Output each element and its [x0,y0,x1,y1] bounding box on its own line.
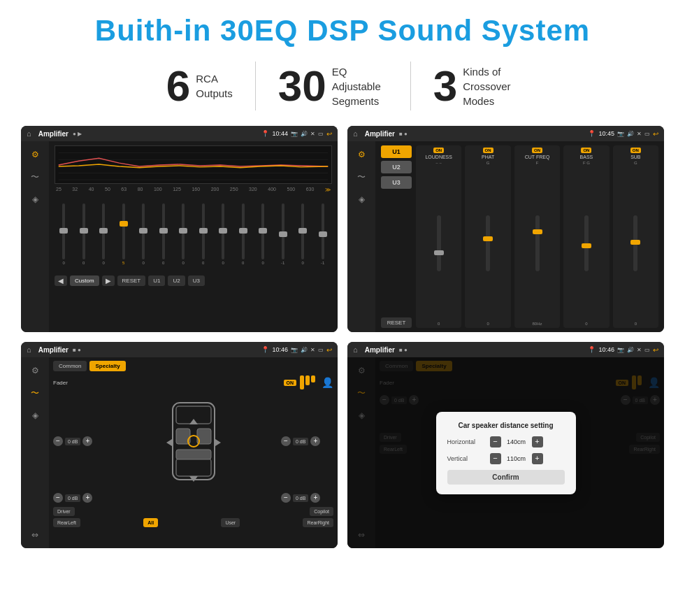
fader-sliders[interactable] [300,375,315,389]
horizontal-minus-btn[interactable]: − [490,436,501,447]
crossover-min-icon: ▭ [644,131,650,137]
eq-slider-10[interactable]: 0 [254,196,273,273]
eq-slider-9[interactable]: 0 [234,196,253,273]
fl-plus[interactable]: + [82,436,92,446]
eq-u2-btn[interactable]: U2 [168,275,185,286]
loudness-label: LOUDNESS [425,155,452,159]
eq-slider-4[interactable]: 0 [134,196,153,273]
eq-prev-btn[interactable]: ◀ [55,275,67,286]
dialog-overlay: Car speaker distance setting Horizontal … [347,357,664,548]
specialty-back-icon[interactable]: ↩ [326,346,332,354]
rl-minus[interactable]: − [53,493,63,503]
sub-slider[interactable] [633,215,637,271]
fr-plus[interactable]: + [310,436,320,446]
eq-slider-8[interactable]: 0 [214,196,233,273]
cutfreq-slider[interactable] [535,215,540,271]
crossover-topbar-icons: 📍 10:45 📷 🔊 ✕ ▭ ↩ [588,130,658,138]
confirm-button[interactable]: Confirm [447,470,565,485]
fr-minus[interactable]: − [281,436,291,446]
specialty-home-icon[interactable]: ⌂ [27,345,31,354]
eq-slider-3[interactable]: 5 [115,196,134,273]
dialog-back-icon[interactable]: ↩ [653,346,658,354]
eq-slider-6[interactable]: 0 [174,196,193,273]
crossover-right-panels: ON LOUDNESS ~ ~ 0 ON [416,145,658,328]
eq-sidebar-wave[interactable]: 〜 [27,169,43,185]
loudness-slider[interactable] [437,215,441,271]
eq-slider-5[interactable]: 0 [154,196,173,273]
crossover-sidebar-eq[interactable]: ⚙ [354,147,369,162]
eq-u1-btn[interactable]: U1 [148,275,165,286]
vertical-value: 110cm [504,455,529,462]
speaker-ctrl-rl: − 0 dB + [53,493,106,503]
screens-grid: ⌂ Amplifier ● ▶ 📍 10:44 📷 🔊 ✕ ▭ ↩ ⚙ 〜 ◈ [21,126,664,548]
crossover-status-dots: ■ ● [399,131,408,137]
bass-slider[interactable] [584,215,589,271]
eq-sidebar-eq[interactable]: ⚙ [27,147,43,162]
feature-desc-rca: RCA Outputs [196,71,233,101]
crossover-reset-btn[interactable]: RESET [381,317,412,328]
crossover-sidebar-vol[interactable]: ◈ [354,192,369,207]
specialty-main: Common Specialty Fader ON 👤 [49,357,338,548]
fader-row: Fader ON 👤 [53,375,333,389]
eq-sidebar-vol[interactable]: ◈ [27,192,43,207]
dialog-volume-icon: 🔊 [627,347,634,353]
back-icon[interactable]: ↩ [326,130,332,138]
specialty-sidebar-wave[interactable]: 〜 [27,385,43,401]
eq-slider-0[interactable]: 0 [55,196,73,273]
specialty-time: 10:46 [272,346,288,353]
specialty-sidebar-eq[interactable]: ⚙ [27,363,43,378]
horizontal-plus-btn[interactable]: + [532,436,543,447]
crossover-sidebar: ⚙ 〜 ◈ [347,141,375,332]
eq-slider-7[interactable]: 0 [194,196,213,273]
specialty-topbar-icons: 📍 10:46 📷 🔊 ✕ ▭ ↩ [261,346,332,354]
profile-icon[interactable]: 👤 [322,377,333,388]
driver-btn[interactable]: Driver [53,507,75,516]
vertical-label: Vertical [447,455,486,462]
eq-slider-2[interactable]: 0 [94,196,113,273]
specialty-sidebar-expand[interactable]: ⇔ [27,527,43,543]
svg-marker-13 [166,439,172,446]
crossover-sidebar-wave[interactable]: 〜 [354,169,369,185]
dialog-home-icon[interactable]: ⌂ [353,345,358,354]
specialty-sidebar-vol[interactable]: ◈ [27,408,43,423]
crossover-u2-btn[interactable]: U2 [381,161,412,173]
crossover-u3-btn[interactable]: U3 [381,176,412,189]
eq-u3-btn[interactable]: U3 [188,275,205,286]
eq-reset-btn[interactable]: RESET [117,275,146,286]
tab-common[interactable]: Common [53,361,87,371]
rearleft-btn[interactable]: RearLeft [53,518,80,527]
vertical-ctrl: − 110cm + [490,453,543,464]
crossover-home-icon[interactable]: ⌂ [353,129,358,138]
eq-slider-13[interactable]: -1 [314,196,333,273]
rearright-btn[interactable]: RearRight [303,518,333,527]
phat-slider[interactable] [486,215,490,271]
user-btn[interactable]: User [221,518,240,527]
all-btn[interactable]: All [143,518,158,527]
rr-minus[interactable]: − [281,493,291,503]
crossover-camera-icon: 📷 [617,131,624,137]
rr-plus[interactable]: + [310,493,320,503]
eq-slider-1[interactable]: 0 [75,196,94,273]
home-icon[interactable]: ⌂ [27,129,31,138]
crossover-u1-btn[interactable]: U1 [381,145,412,158]
crossover-back-icon[interactable]: ↩ [653,130,658,138]
speaker-ctrl-fl: − 0 dB + [53,436,106,446]
cutfreq-section: ON CUT FREQ F 80Hz [514,145,560,328]
eq-slider-11[interactable]: -1 [274,196,293,273]
tab-specialty[interactable]: Specialty [89,361,125,371]
fl-minus[interactable]: − [53,436,63,446]
dialog-min-icon: ▭ [644,347,650,353]
rl-plus[interactable]: + [82,493,92,503]
horizontal-label: Horizontal [447,438,486,445]
feature-number-rca: 6 [166,64,190,108]
horizontal-value: 140cm [504,438,529,445]
copilot-btn[interactable]: Copilot [310,507,333,516]
dialog-status-dots: ■ ● [399,347,408,353]
vertical-minus-btn[interactable]: − [490,453,501,464]
camera-icon: 📷 [291,131,298,137]
sub-label: SUB [630,155,640,159]
vertical-plus-btn[interactable]: + [532,453,543,464]
eq-next-btn[interactable]: ▶ [102,275,115,286]
eq-topbar-icons: 📍 10:44 📷 🔊 ✕ ▭ ↩ [261,130,332,138]
eq-slider-12[interactable]: 0 [294,196,312,273]
